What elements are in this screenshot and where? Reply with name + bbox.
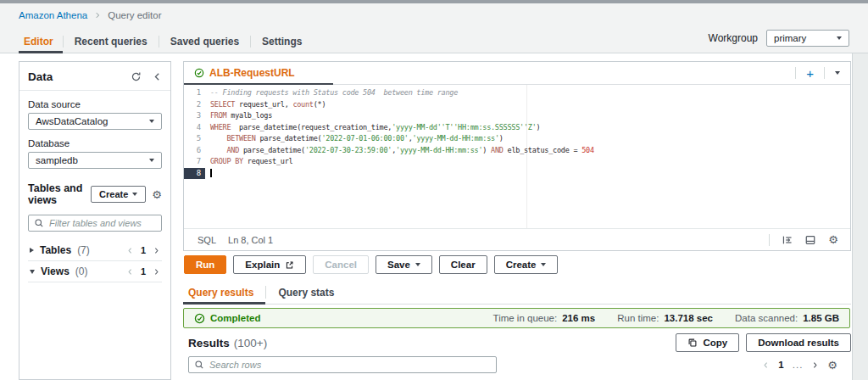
workgroup-select[interactable]: primary — [766, 30, 849, 47]
code-segment-plain: myalb_logs — [226, 111, 272, 120]
query-tab-alb-requesturl[interactable]: ALB-RequestURL — [184, 62, 333, 84]
metric-value: 216 ms — [562, 313, 595, 323]
code-segment-kw: WHERE — [210, 123, 231, 131]
tables-and-views-title: Tables and views — [28, 182, 85, 206]
copy-icon — [687, 338, 698, 348]
copy-button[interactable]: Copy — [676, 333, 739, 352]
search-rows-box — [188, 356, 497, 373]
database-value: sampledb — [36, 155, 78, 165]
sql-code-editor[interactable]: 12345678 -- Finding requests with Status… — [184, 85, 849, 228]
expand-caret-icon[interactable] — [30, 248, 34, 253]
breadcrumb-link-amazon-athena[interactable]: Amazon Athena — [19, 10, 87, 20]
code-line[interactable]: BETWEEN parse_datetime('2022-07-01-06:00… — [210, 133, 849, 145]
tab-list-dropdown-button[interactable] — [825, 62, 850, 84]
database-select[interactable]: sampledb — [28, 152, 162, 169]
download-results-button[interactable]: Download results — [746, 333, 851, 352]
editor-language: SQL — [198, 235, 216, 245]
caret-down-icon — [835, 71, 840, 75]
explain-label: Explain — [245, 260, 280, 270]
tab-query-results[interactable]: Query results — [183, 281, 265, 304]
code-line[interactable]: FROM myalb_logs — [210, 110, 849, 122]
search-rows-input[interactable] — [188, 356, 497, 373]
code-segment-str: '2022-07-01-06:00:00' — [321, 134, 408, 142]
code-segment-plain: parse_datetime( — [256, 134, 322, 142]
code-segment-kw: SELECT — [210, 100, 235, 109]
workgroup-control: Workgroup primary — [709, 30, 849, 47]
gutter-line-number: 2 — [184, 99, 205, 111]
collapse-panel-button[interactable] — [153, 72, 162, 81]
code-line[interactable]: SELECT request_url, count(*) — [210, 99, 849, 111]
check-circle-icon — [194, 313, 205, 324]
cursor-position: Ln 8, Col 1 — [228, 235, 273, 245]
page-prev-icon[interactable] — [762, 361, 770, 369]
workgroup-label: Workgroup — [709, 32, 758, 44]
code-line[interactable]: GROUP BY request_url — [210, 156, 849, 168]
explain-button[interactable]: Explain — [233, 255, 306, 274]
tables-filter — [28, 215, 162, 232]
views-pagination: 1 — [126, 266, 160, 277]
data-panel-header: Data — [19, 62, 170, 91]
page-number[interactable]: 1 — [778, 360, 783, 370]
tab-query-stats[interactable]: Query stats — [266, 281, 346, 304]
editor-gutter: 12345678 — [184, 87, 205, 179]
tab-settings[interactable]: Settings — [251, 31, 313, 53]
code-line[interactable]: WHERE parse_datetime(request_creation_ti… — [210, 122, 849, 134]
tree-section-count: (7) — [77, 244, 90, 256]
database-label: Database — [28, 138, 162, 148]
caret-down-icon — [415, 263, 420, 266]
data-source-value: AwsDataCatalog — [36, 116, 108, 126]
clear-button[interactable]: Clear — [439, 255, 487, 274]
tables-settings-gear-icon[interactable]: ⚙ — [152, 189, 162, 200]
code-line[interactable] — [210, 168, 849, 180]
tree-section-count: (0) — [75, 265, 88, 277]
editor-status-bar: SQL Ln 8, Col 1 ⚙ — [184, 228, 850, 250]
results-title: Results — [188, 337, 230, 349]
refresh-button[interactable] — [131, 71, 142, 82]
page-prev-icon[interactable] — [126, 247, 134, 254]
results-toolbar: 1 ... ⚙ — [183, 356, 851, 373]
workgroup-value: primary — [774, 33, 806, 43]
editor-code-lines: -- Finding requests with Status code 504… — [210, 87, 849, 179]
new-query-tab-button[interactable]: + — [796, 62, 824, 84]
query-editor-panel: ALB-RequestURL + 12345678 -- Finding req… — [183, 61, 851, 251]
code-line[interactable]: -- Finding requests with Status code 504… — [210, 87, 849, 99]
save-label: Save — [387, 260, 410, 270]
cancel-button[interactable]: Cancel — [313, 255, 369, 274]
run-button[interactable]: Run — [184, 255, 226, 274]
results-settings-gear-icon[interactable]: ⚙ — [827, 360, 837, 371]
gear-icon: ⚙ — [828, 234, 838, 245]
editor-tabbar: ALB-RequestURL + — [184, 62, 850, 85]
data-source-select[interactable]: AwsDataCatalog — [28, 113, 162, 130]
create-button[interactable]: Create — [91, 186, 146, 203]
page-header: Amazon Athena Query editor Editor Recent… — [0, 3, 868, 53]
editor-settings-button[interactable]: ⚙ — [823, 232, 843, 249]
gutter-line-number: 6 — [184, 145, 205, 157]
filter-tables-input[interactable] — [28, 215, 162, 232]
tab-saved-queries[interactable]: Saved queries — [159, 31, 250, 53]
code-segment-str: '2022-07-30-23:59:00' — [305, 146, 392, 154]
page-next-icon[interactable] — [153, 247, 160, 254]
page-prev-icon[interactable] — [126, 268, 134, 276]
tab-recent-queries[interactable]: Recent queries — [64, 31, 159, 53]
page-next-icon[interactable] — [811, 361, 819, 369]
tables-and-views-header: Tables and views Create ⚙ — [28, 182, 162, 206]
tree-section-tables[interactable]: Tables (7) 1 — [28, 240, 162, 261]
save-button[interactable]: Save — [376, 255, 432, 274]
caret-down-icon — [541, 263, 546, 266]
tree-section-views[interactable]: Views (0) 1 — [28, 261, 162, 282]
page-next-icon[interactable] — [153, 268, 160, 276]
create-query-button[interactable]: Create — [494, 255, 559, 274]
split-panel-button[interactable] — [800, 232, 821, 249]
results-header: Results (100+) Copy Download results — [183, 333, 851, 352]
tab-editor[interactable]: Editor — [19, 31, 63, 53]
code-segment-plain: parse_datetime( — [239, 146, 305, 154]
gutter-line-number: 1 — [184, 87, 205, 99]
status-text: Completed — [210, 313, 260, 323]
code-segment-plain — [210, 146, 226, 154]
collapse-caret-icon[interactable] — [30, 270, 35, 274]
search-icon — [34, 218, 44, 228]
metric-label: Run time: — [617, 313, 659, 323]
format-query-button[interactable] — [777, 232, 798, 249]
code-line[interactable]: AND parse_datetime('2022-07-30-23:59:00'… — [210, 145, 849, 157]
tree-section-label: Views — [41, 265, 70, 277]
